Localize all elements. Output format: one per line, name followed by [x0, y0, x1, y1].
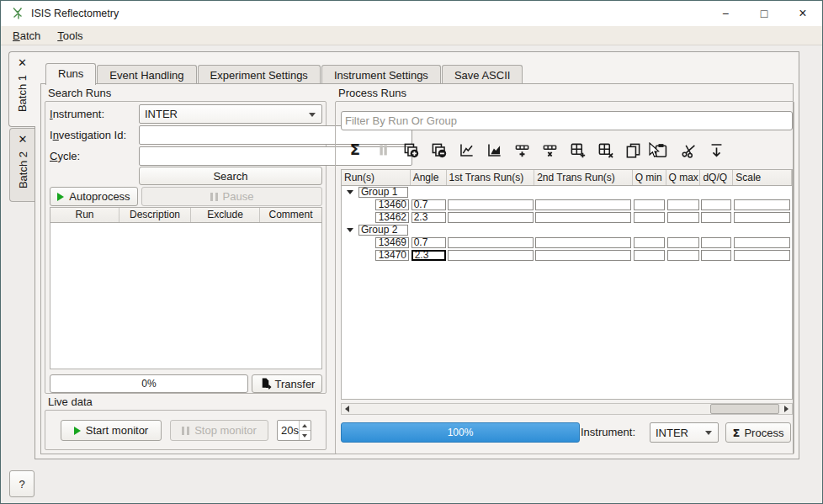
- scale-cell[interactable]: [734, 199, 790, 210]
- process-icon[interactable]: Σ: [344, 139, 366, 161]
- angle-cell[interactable]: 2.3: [412, 212, 446, 223]
- plot-selected-stitched-icon[interactable]: [483, 139, 505, 161]
- pause-button[interactable]: Pause: [141, 187, 322, 206]
- angle-cell[interactable]: 2.3: [412, 250, 446, 261]
- column-header-dq-q[interactable]: dQ/Q: [700, 170, 733, 185]
- qmax-cell[interactable]: [667, 212, 699, 223]
- delete-group-icon[interactable]: [594, 139, 616, 161]
- sigma-icon: Σ: [733, 427, 741, 439]
- column-header-run[interactable]: Run: [50, 208, 119, 222]
- column-header-q-max[interactable]: Q max: [666, 170, 701, 185]
- tab-save-ascii[interactable]: Save ASCII: [442, 65, 523, 84]
- menu-batch[interactable]: Batch: [4, 28, 49, 44]
- qmin-cell[interactable]: [634, 237, 665, 248]
- transfer-button[interactable]: Transfer: [252, 374, 322, 393]
- batch-tab-close-icon[interactable]: ✕: [19, 135, 28, 145]
- batch-tab-close-icon[interactable]: ✕: [18, 58, 27, 68]
- column-header-1st-trans-run-s-[interactable]: 1st Trans Run(s): [447, 170, 535, 185]
- trans1-cell[interactable]: [448, 199, 534, 210]
- scroll-left-button[interactable]: [342, 404, 353, 414]
- plot-selected-icon[interactable]: [455, 139, 477, 161]
- cut-icon[interactable]: [677, 139, 699, 161]
- qmax-cell[interactable]: [667, 199, 699, 210]
- process-button[interactable]: Σ Process: [725, 422, 791, 443]
- delete-row-icon[interactable]: [539, 139, 560, 161]
- fill-down-icon[interactable]: [705, 139, 727, 161]
- qmin-cell[interactable]: [634, 250, 665, 261]
- expand-collapse-icon[interactable]: [347, 228, 353, 232]
- qmin-cell[interactable]: [634, 199, 665, 210]
- column-header-angle[interactable]: Angle: [411, 170, 447, 185]
- autoprocess-button[interactable]: Autoprocess: [50, 187, 138, 206]
- search-field-row: Investigation Id:: [50, 125, 323, 145]
- column-header-2nd-trans-run-s-[interactable]: 2nd Trans Run(s): [534, 170, 633, 185]
- filter-input[interactable]: [341, 111, 793, 130]
- trans2-cell[interactable]: [535, 250, 631, 261]
- help-button[interactable]: ?: [9, 470, 35, 497]
- trans1-cell[interactable]: [448, 237, 534, 248]
- maximize-button[interactable]: □: [745, 1, 783, 26]
- start-monitor-button[interactable]: Start monitor: [61, 420, 162, 441]
- expand-collapse-icon[interactable]: [347, 190, 353, 194]
- qmin-cell[interactable]: [634, 212, 665, 223]
- batch-tab-2[interactable]: ✕Batch 2: [9, 128, 35, 202]
- scrollbar-thumb[interactable]: [710, 404, 779, 414]
- trans2-cell[interactable]: [535, 199, 631, 210]
- dqq-cell[interactable]: [701, 250, 731, 261]
- qmin-column: [633, 236, 666, 249]
- instrument-label: Instrument:: [581, 422, 635, 443]
- insert-row-icon[interactable]: [511, 139, 533, 161]
- spin-down-button[interactable]: [300, 430, 311, 440]
- group-name-cell[interactable]: Group 1: [358, 187, 408, 198]
- group-name-cell[interactable]: Group 2: [358, 225, 408, 236]
- pause-icon[interactable]: [372, 139, 394, 161]
- close-button[interactable]: ×: [783, 1, 822, 26]
- column-header-run-s-[interactable]: Run(s): [342, 170, 411, 185]
- trans2-cell[interactable]: [535, 212, 631, 223]
- horizontal-scrollbar[interactable]: [341, 403, 793, 415]
- expand-all-groups-icon[interactable]: [400, 139, 422, 161]
- scroll-right-button[interactable]: [781, 404, 792, 414]
- qmax-cell[interactable]: [667, 250, 699, 261]
- search-button[interactable]: Search: [139, 167, 322, 185]
- column-header-description[interactable]: Description: [119, 208, 191, 222]
- copy-icon[interactable]: [622, 139, 644, 161]
- scale-cell[interactable]: [734, 212, 790, 223]
- qmax-cell[interactable]: [667, 237, 699, 248]
- run-cell[interactable]: 13462: [375, 212, 409, 223]
- batch-tab-1[interactable]: ✕Batch 1: [8, 51, 35, 127]
- menu-tools[interactable]: Tools: [49, 28, 91, 44]
- scale-cell[interactable]: [734, 237, 790, 248]
- trans1-cell[interactable]: [448, 250, 534, 261]
- column-header-scale[interactable]: Scale: [733, 170, 792, 185]
- run-cell[interactable]: 13470: [375, 250, 409, 261]
- spin-up-button[interactable]: [300, 421, 311, 430]
- tab-experiment-settings[interactable]: Experiment Settings: [198, 65, 321, 84]
- collapse-all-groups-icon[interactable]: [427, 139, 449, 161]
- column-header-comment[interactable]: Comment: [260, 208, 321, 222]
- dqq-cell[interactable]: [701, 237, 731, 248]
- angle-cell[interactable]: 0.7: [412, 199, 446, 210]
- search-results-table[interactable]: RunDescriptionExcludeComment: [50, 207, 322, 369]
- minimize-button[interactable]: −: [706, 1, 745, 26]
- stop-monitor-button[interactable]: Stop monitor: [170, 420, 268, 441]
- angle-cell[interactable]: 0.7: [412, 237, 446, 248]
- run-cell[interactable]: 13460: [375, 199, 409, 210]
- instrument-combo[interactable]: INTER: [139, 104, 322, 124]
- trans1-cell[interactable]: [448, 212, 534, 223]
- insert-group-icon[interactable]: [566, 139, 588, 161]
- scale-cell[interactable]: [734, 250, 790, 261]
- paste-icon[interactable]: [650, 139, 672, 161]
- column-header-q-min[interactable]: Q min: [633, 170, 666, 185]
- dqq-cell[interactable]: [701, 212, 731, 223]
- column-header-exclude[interactable]: Exclude: [191, 208, 260, 222]
- run-cell[interactable]: 13469: [375, 237, 409, 248]
- tab-event-handling[interactable]: Event Handling: [97, 65, 196, 84]
- dqq-cell[interactable]: [701, 199, 731, 210]
- tab-runs[interactable]: Runs: [45, 63, 96, 85]
- instrument-combo[interactable]: INTER: [650, 422, 719, 443]
- update-interval-spinner[interactable]: 20s: [277, 420, 311, 441]
- trans2-cell[interactable]: [535, 237, 631, 248]
- tab-instrument-settings[interactable]: Instrument Settings: [321, 65, 441, 84]
- process-runs-table[interactable]: Run(s)Angle1st Trans Run(s)2nd Trans Run…: [341, 169, 793, 400]
